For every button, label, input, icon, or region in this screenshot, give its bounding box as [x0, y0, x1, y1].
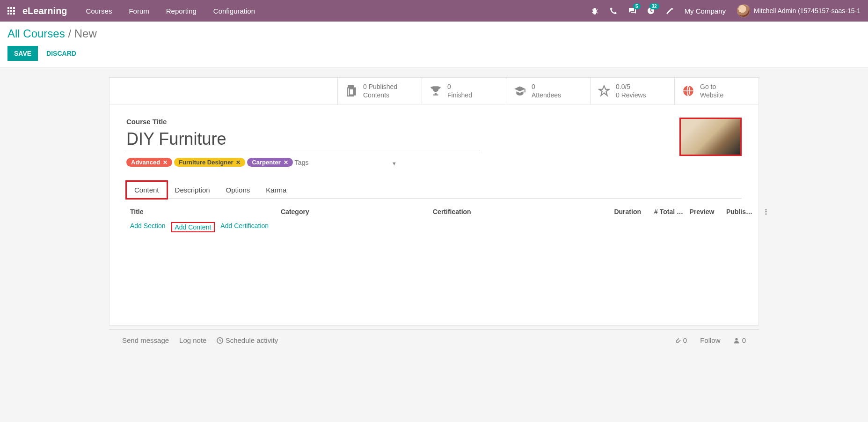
save-button[interactable]: SAVE [7, 46, 38, 61]
nav-courses[interactable]: Courses [86, 7, 112, 15]
breadcrumb: All Courses / New [7, 27, 861, 40]
table-header: Title Category Certification Duration # … [126, 203, 742, 218]
trophy-icon [430, 85, 442, 97]
form-sheet: 0 PublishedContents 0Finished 0Attendees… [109, 77, 759, 326]
systray: 5 32 My Company Mitchell Admin (15745157… [591, 4, 861, 17]
schedule-activity-link[interactable]: Schedule activity [217, 336, 278, 344]
tag-furniture-designer[interactable]: Furniture Designer✕ [174, 158, 245, 167]
col-title: Title [130, 208, 281, 215]
page-body: 0 PublishedContents 0Finished 0Attendees… [96, 77, 772, 351]
stat-line: 0 [532, 82, 561, 91]
paperclip-icon [675, 337, 681, 344]
stat-finished[interactable]: 0Finished [422, 78, 506, 104]
remove-tag-icon[interactable]: ✕ [284, 159, 288, 166]
stat-line: Contents [363, 91, 397, 99]
course-image[interactable] [679, 118, 742, 156]
tags-dropdown-icon[interactable]: ▼ [392, 161, 397, 166]
tag-carpenter[interactable]: Carpenter✕ [247, 158, 292, 167]
user-avatar [737, 4, 750, 17]
stat-line: Finished [447, 91, 472, 99]
graduation-icon [514, 85, 526, 97]
svg-rect-4 [10, 10, 12, 12]
tag-label: Carpenter [252, 159, 280, 166]
tag-label: Advanced [131, 159, 160, 166]
chatter: Send message Log note Schedule activity … [109, 329, 759, 351]
globe-icon [682, 85, 694, 97]
attachments-count[interactable]: 0 [675, 336, 687, 344]
user-name: Mitchell Admin (15745157-saas-15-1 [754, 7, 861, 15]
app-brand[interactable]: eLearning [22, 6, 67, 16]
sheet-content: Course Title Advanced✕ Furniture Designe… [109, 104, 759, 203]
stat-line: 0 Reviews [616, 91, 646, 99]
course-title-input[interactable] [126, 127, 482, 152]
log-note-link[interactable]: Log note [179, 336, 206, 344]
stat-go-to-website[interactable]: Go toWebsite [674, 78, 759, 104]
tags-input[interactable] [295, 159, 398, 166]
add-section-link[interactable]: Add Section [130, 222, 166, 232]
remove-tag-icon[interactable]: ✕ [236, 159, 241, 166]
send-message-link[interactable]: Send message [122, 336, 169, 344]
user-menu[interactable]: Mitchell Admin (15745157-saas-15-1 [737, 4, 861, 17]
followers-count[interactable]: 0 [733, 336, 746, 344]
action-buttons: SAVE DISCARD [7, 46, 861, 61]
messages-icon[interactable]: 5 [628, 7, 636, 15]
svg-rect-7 [10, 13, 12, 15]
stat-line: 0 [447, 82, 472, 91]
stat-line: Go to [700, 82, 723, 91]
content-table: Title Category Certification Duration # … [109, 203, 759, 325]
apps-icon[interactable] [7, 7, 15, 15]
nav-configuration[interactable]: Configuration [213, 7, 255, 15]
tab-content[interactable]: Content [126, 181, 167, 199]
tab-description[interactable]: Description [167, 181, 218, 198]
svg-point-11 [736, 338, 738, 341]
nav-forum[interactable]: Forum [129, 7, 149, 15]
col-published: Publis… [721, 208, 758, 215]
follow-button[interactable]: Follow [700, 336, 720, 344]
course-title-label: Course Title [126, 118, 482, 126]
tab-karma[interactable]: Karma [258, 181, 294, 198]
col-certification: Certification [433, 208, 599, 215]
nav-reporting[interactable]: Reporting [166, 7, 197, 15]
bug-icon[interactable] [591, 7, 598, 15]
company-selector[interactable]: My Company [685, 7, 726, 15]
stat-buttons-row: 0 PublishedContents 0Finished 0Attendees… [109, 78, 759, 104]
breadcrumb-current: New [74, 27, 97, 40]
tag-label: Furniture Designer [179, 159, 233, 166]
clock-icon [217, 337, 223, 344]
stat-line: Attendees [532, 91, 561, 99]
breadcrumb-sep: / [65, 27, 74, 40]
tab-options[interactable]: Options [218, 181, 258, 198]
svg-rect-8 [13, 13, 15, 15]
phone-icon[interactable] [610, 7, 617, 15]
stat-line: 0.0/5 [616, 82, 646, 91]
activities-badge: 32 [649, 3, 659, 9]
col-total-views: # Total … [641, 208, 683, 215]
svg-rect-6 [7, 13, 9, 15]
svg-rect-1 [10, 7, 12, 9]
svg-rect-0 [7, 7, 9, 9]
discard-button[interactable]: DISCARD [44, 46, 79, 61]
settings-icon[interactable] [666, 7, 673, 15]
main-nav: Courses Forum Reporting Configuration [86, 7, 591, 15]
tags-field[interactable]: Advanced✕ Furniture Designer✕ Carpenter✕… [126, 158, 398, 167]
svg-rect-2 [13, 7, 15, 9]
messages-badge: 5 [633, 3, 641, 9]
star-icon [598, 85, 610, 97]
stat-reviews[interactable]: 0.0/50 Reviews [590, 78, 674, 104]
col-category: Category [281, 208, 433, 215]
activities-icon[interactable]: 32 [647, 7, 655, 15]
user-icon [733, 337, 740, 344]
svg-rect-5 [13, 10, 15, 12]
add-certification-link[interactable]: Add Certification [220, 222, 269, 232]
control-panel: All Courses / New SAVE DISCARD [0, 22, 868, 68]
remove-tag-icon[interactable]: ✕ [163, 159, 168, 166]
tag-advanced[interactable]: Advanced✕ [126, 158, 172, 167]
column-menu-icon[interactable]: ⋮ [758, 208, 769, 215]
breadcrumb-parent[interactable]: All Courses [7, 27, 65, 40]
add-content-link[interactable]: Add Content [175, 223, 212, 231]
stat-attendees[interactable]: 0Attendees [506, 78, 590, 104]
svg-rect-3 [7, 10, 9, 12]
col-preview: Preview [683, 208, 721, 215]
stat-published-contents[interactable]: 0 PublishedContents [337, 78, 422, 104]
add-row: Add Section Add Content Add Certificatio… [126, 218, 742, 236]
